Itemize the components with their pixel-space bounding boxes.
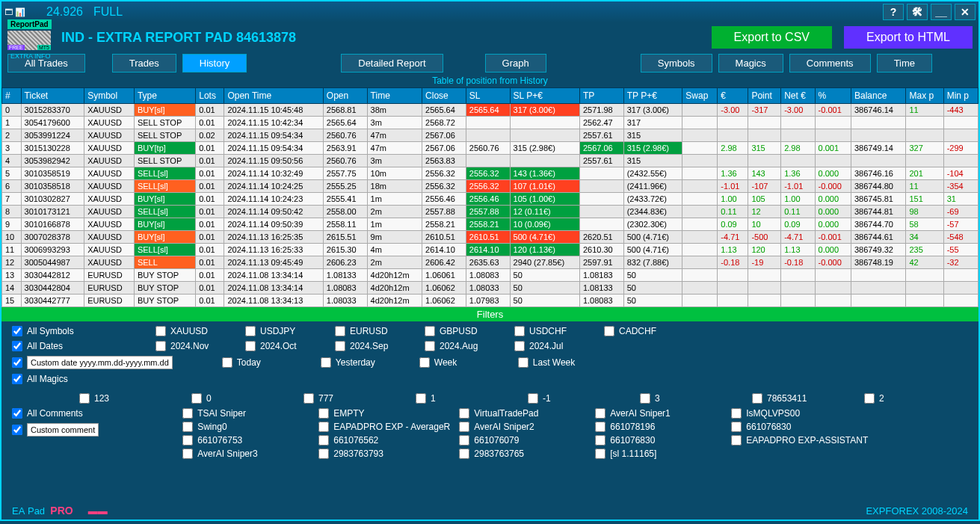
tab-history[interactable]: History: [182, 54, 247, 73]
col-header[interactable]: Ticket: [21, 88, 84, 104]
filter-check[interactable]: [79, 393, 90, 404]
filter-check[interactable]: [864, 393, 875, 404]
filter-check[interactable]: [731, 408, 742, 419]
col-header[interactable]: Swap: [682, 88, 718, 104]
tools-button[interactable]: 🛠: [907, 4, 928, 20]
table-row[interactable]: 33015130228XAUUSDBUY[tp]0.012024.11.15 0…: [2, 142, 979, 155]
table-row[interactable]: 143030442804EURUSDBUY STOP0.012024.11.08…: [2, 282, 979, 295]
export-html-button[interactable]: Export to HTML: [844, 26, 973, 49]
filter-check[interactable]: [245, 326, 256, 336]
filter-check[interactable]: [182, 449, 193, 459]
col-header[interactable]: Max p: [906, 88, 943, 104]
filter-check[interactable]: [182, 408, 193, 419]
table-row[interactable]: 133030442812EURUSDBUY STOP0.012024.11.08…: [2, 269, 979, 282]
table-row[interactable]: 153030442777EURUSDBUY STOP0.012024.11.08…: [2, 295, 979, 307]
col-header[interactable]: Open: [323, 88, 367, 104]
tab-graph[interactable]: Graph: [485, 54, 546, 73]
filter-check[interactable]: [459, 435, 469, 446]
all-comments-check[interactable]: [12, 408, 22, 419]
table-row[interactable]: 73010302827XAUUSDBUY[sl]0.012024.11.14 1…: [2, 193, 979, 206]
col-header[interactable]: Lots: [196, 88, 224, 104]
custom-date-check[interactable]: [12, 357, 22, 368]
table-row[interactable]: 63010358518XAUUSDSELL[sl]0.012024.11.14 …: [2, 180, 979, 193]
export-csv-button[interactable]: Export to CSV: [712, 26, 832, 49]
filter-check[interactable]: [419, 357, 430, 368]
col-header[interactable]: SL P+€: [510, 88, 579, 104]
table-row[interactable]: 123005044987XAUUSDSELL0.012024.11.13 09:…: [2, 256, 979, 269]
filter-check[interactable]: [604, 326, 614, 336]
filter-check[interactable]: [245, 341, 256, 351]
custom-date-input[interactable]: Custom date yyyy.mm.dd-yyyy.mm.dd: [27, 356, 173, 369]
filter-check[interactable]: [595, 408, 605, 419]
all-dates-check[interactable]: [12, 341, 22, 351]
tab-time[interactable]: Time: [877, 54, 932, 73]
col-header[interactable]: Min p: [943, 88, 978, 104]
filter-check[interactable]: [425, 341, 435, 351]
col-header[interactable]: Open Time: [224, 88, 323, 104]
col-header[interactable]: Balance: [851, 88, 905, 104]
filter-check[interactable]: [182, 435, 193, 446]
col-header[interactable]: %: [815, 88, 851, 104]
table-row[interactable]: 43053982942XAUUSDSELL STOP0.012024.11.15…: [2, 155, 979, 167]
filter-check[interactable]: [318, 435, 329, 446]
all-symbols-check[interactable]: [12, 326, 22, 336]
col-header[interactable]: TP: [579, 88, 623, 104]
filter-check[interactable]: [459, 408, 469, 419]
filter-check[interactable]: [640, 393, 650, 404]
filter-check[interactable]: [416, 393, 426, 404]
col-header[interactable]: Point: [748, 88, 781, 104]
col-header[interactable]: Time: [367, 88, 422, 104]
col-header[interactable]: Net €: [781, 88, 815, 104]
help-button[interactable]: ?: [883, 4, 904, 20]
filter-check[interactable]: [318, 422, 329, 432]
filter-check[interactable]: [595, 435, 605, 446]
filter-check[interactable]: [731, 422, 742, 432]
filter-check[interactable]: [514, 341, 525, 351]
table-row[interactable]: 23053991224XAUUSDSELL STOP0.022024.11.15…: [2, 129, 979, 142]
filter-check[interactable]: [303, 393, 314, 404]
tab-comments[interactable]: Comments: [789, 54, 871, 73]
table-row[interactable]: 103007028378XAUUSDBUY[sl]0.012024.11.13 …: [2, 231, 979, 244]
col-header[interactable]: TP P+€: [623, 88, 682, 104]
filter-check[interactable]: [155, 341, 166, 351]
table-row[interactable]: 13054179600XAUUSDSELL STOP0.012024.11.15…: [2, 117, 979, 129]
filters-bar[interactable]: Filters: [1, 307, 979, 321]
table-row[interactable]: 93010166878XAUUSDBUY[sl]0.012024.11.14 0…: [2, 218, 979, 231]
filter-check[interactable]: [335, 341, 345, 351]
col-header[interactable]: Type: [134, 88, 195, 104]
table-row[interactable]: 83010173121XAUUSDSELL[sl]0.012024.11.14 …: [2, 206, 979, 218]
col-header[interactable]: €: [718, 88, 748, 104]
col-header[interactable]: Close: [422, 88, 466, 104]
close-button[interactable]: ✕: [955, 4, 976, 20]
filter-check[interactable]: [595, 422, 605, 432]
filter-check[interactable]: [191, 393, 202, 404]
filter-check[interactable]: [318, 449, 329, 459]
col-header[interactable]: #: [2, 88, 22, 104]
custom-comment-check[interactable]: [12, 425, 22, 435]
filter-check[interactable]: [595, 449, 605, 459]
all-magics-check[interactable]: [12, 374, 22, 384]
filter-check[interactable]: [528, 393, 538, 404]
col-header[interactable]: Symbol: [84, 88, 135, 104]
filter-check[interactable]: [318, 408, 329, 419]
filter-check[interactable]: [731, 435, 742, 446]
tab-detailed-report[interactable]: Detailed Report: [341, 54, 443, 73]
filter-check[interactable]: [459, 449, 469, 459]
filter-check[interactable]: [155, 326, 166, 336]
tab-magics[interactable]: Magics: [718, 54, 783, 73]
filter-check[interactable]: [514, 326, 525, 336]
filter-check[interactable]: [752, 393, 762, 404]
filter-check[interactable]: [182, 422, 193, 432]
filter-check[interactable]: [459, 422, 469, 432]
filter-check[interactable]: [222, 357, 232, 368]
col-header[interactable]: SL: [466, 88, 510, 104]
filter-check[interactable]: [335, 326, 345, 336]
filter-check[interactable]: [425, 326, 435, 336]
table-row[interactable]: 53010358519XAUUSDSELL[sl]0.012024.11.14 …: [2, 167, 979, 180]
custom-comment-input[interactable]: Custom comment: [27, 423, 99, 437]
table-row[interactable]: 03015283370XAUUSDBUY[sl]0.012024.11.15 1…: [2, 104, 979, 117]
minimize-button[interactable]: __: [931, 4, 952, 20]
tab-symbols[interactable]: Symbols: [641, 54, 712, 73]
table-row[interactable]: 113006993293XAUUSDSELL[sl]0.012024.11.13…: [2, 244, 979, 256]
filter-check[interactable]: [518, 357, 528, 368]
